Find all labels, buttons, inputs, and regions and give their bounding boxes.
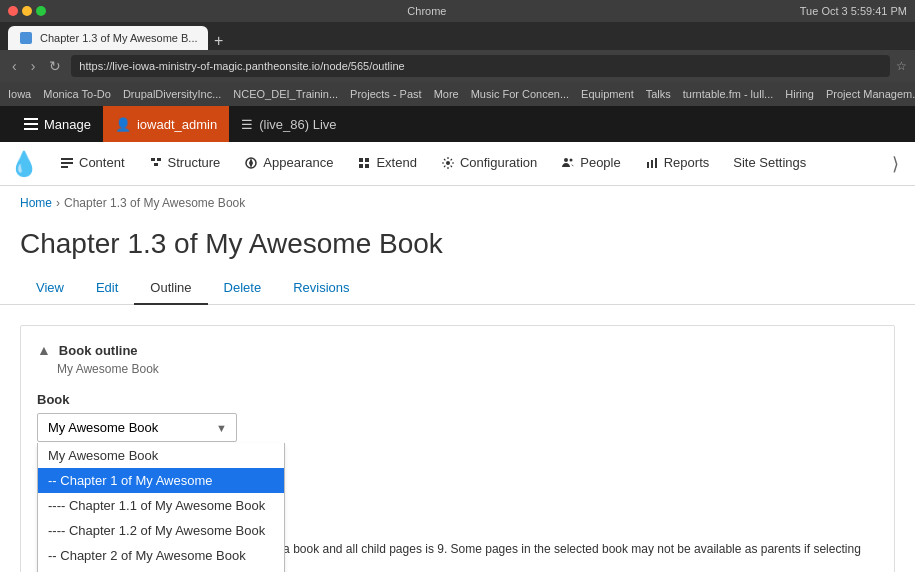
appearance-icon <box>244 156 258 170</box>
dropdown-item-4[interactable]: -- Chapter 2 of My Awesome Book <box>38 543 284 568</box>
bookmark-more[interactable]: More <box>434 88 459 100</box>
drupal-logo[interactable]: 💧 <box>8 148 40 180</box>
tab-delete[interactable]: Delete <box>208 272 278 305</box>
main-content: ▲ Book outline My Awesome Book Book My A… <box>0 305 915 572</box>
configuration-icon <box>441 156 455 170</box>
book-dropdown-list: My Awesome Book -- Chapter 1 of My Aweso… <box>37 443 285 572</box>
bookmark-equipment[interactable]: Equipment <box>581 88 634 100</box>
user-icon: 👤 <box>115 117 131 132</box>
nav-content[interactable]: Content <box>48 142 137 186</box>
maximize-window-button[interactable] <box>36 6 46 16</box>
nav-structure-label: Structure <box>168 155 221 170</box>
address-bar: ‹ › ↻ ☆ <box>0 50 915 82</box>
book-outline-card: ▲ Book outline My Awesome Book Book My A… <box>20 325 895 572</box>
bookmark-drupal[interactable]: DrupalDiversityInc... <box>123 88 221 100</box>
nav-site-settings[interactable]: Site Settings <box>721 142 818 186</box>
page-tabs: View Edit Outline Delete Revisions <box>0 272 915 305</box>
bookmark-turntable[interactable]: turntable.fm - lull... <box>683 88 773 100</box>
svg-rect-10 <box>365 164 369 168</box>
hamburger-icon <box>24 118 38 130</box>
collapse-nav-icon[interactable]: ⟩ <box>892 153 899 175</box>
tab-view[interactable]: View <box>20 272 80 305</box>
tab-favicon <box>20 32 32 44</box>
forward-button[interactable]: › <box>27 56 40 76</box>
bookmark-projects[interactable]: Projects - Past <box>350 88 422 100</box>
active-tab[interactable]: Chapter 1.3 of My Awesome B... ✕ <box>8 26 208 50</box>
nav-extend[interactable]: Extend <box>345 142 428 186</box>
minimize-window-button[interactable] <box>22 6 32 16</box>
svg-rect-5 <box>154 163 158 166</box>
bookmark-pm[interactable]: Project Managem... <box>826 88 915 100</box>
dropdown-item-1[interactable]: -- Chapter 1 of My Awesome <box>38 468 284 493</box>
book-select[interactable]: My Awesome Book <box>37 413 237 442</box>
nav-reports[interactable]: Reports <box>633 142 722 186</box>
bookmark-iowa[interactable]: Iowa <box>8 88 31 100</box>
tab-revisions[interactable]: Revisions <box>277 272 365 305</box>
manage-menu-button[interactable]: Manage <box>12 106 103 142</box>
dropdown-item-5[interactable]: -- Chapter 3 of My Awesome Book <box>38 568 284 572</box>
site-menu-button[interactable]: ☰ (live_86) Live <box>229 106 348 142</box>
user-label: iowadt_admin <box>137 117 217 132</box>
nav-appearance-label: Appearance <box>263 155 333 170</box>
back-button[interactable]: ‹ <box>8 56 21 76</box>
svg-rect-16 <box>655 158 657 168</box>
dropdown-item-2[interactable]: ---- Chapter 1.1 of My Awesome Book <box>38 493 284 518</box>
svg-rect-4 <box>157 158 161 161</box>
bookmark-talks[interactable]: Talks <box>646 88 671 100</box>
structure-icon <box>149 156 163 170</box>
address-bar-icons: ☆ <box>896 59 907 73</box>
reports-icon <box>645 156 659 170</box>
breadcrumb-home[interactable]: Home <box>20 196 52 210</box>
nav-configuration-label: Configuration <box>460 155 537 170</box>
tab-outline[interactable]: Outline <box>134 272 207 305</box>
window-controls <box>8 6 46 16</box>
system-time: Tue Oct 3 5:59:41 PM <box>800 5 907 17</box>
bookmark-hiring[interactable]: Hiring <box>785 88 814 100</box>
bookmark-music[interactable]: Music For Concen... <box>471 88 569 100</box>
dropdown-item-3[interactable]: ---- Chapter 1.2 of My Awesome Book <box>38 518 284 543</box>
bookmark-nceo[interactable]: NCEO_DEI_Trainin... <box>233 88 338 100</box>
svg-rect-0 <box>61 158 73 160</box>
browser-title-bar: Chrome Tue Oct 3 5:59:41 PM <box>0 0 915 22</box>
bookmark-icon[interactable]: ☆ <box>896 59 907 73</box>
tab-title: Chapter 1.3 of My Awesome B... <box>40 32 198 44</box>
drupal-nav: 💧 Content Structure Appearance Extend Co… <box>0 142 915 186</box>
section-subtitle: My Awesome Book <box>57 362 878 376</box>
reload-button[interactable]: ↻ <box>45 56 65 76</box>
nav-people[interactable]: People <box>549 142 632 186</box>
new-tab-button[interactable]: + <box>208 32 229 50</box>
page-title: Chapter 1.3 of My Awesome Book <box>20 228 895 260</box>
admin-toolbar: Manage 👤 iowadt_admin ☰ (live_86) Live <box>0 106 915 142</box>
book-select-wrapper: My Awesome Book ▼ <box>37 413 237 442</box>
nav-content-label: Content <box>79 155 125 170</box>
svg-rect-8 <box>365 158 369 162</box>
svg-rect-3 <box>151 158 155 161</box>
nav-appearance[interactable]: Appearance <box>232 142 345 186</box>
collapse-section-button[interactable]: ▲ <box>37 342 51 358</box>
section-header: ▲ Book outline <box>37 342 878 358</box>
list-icon: ☰ <box>241 117 253 132</box>
svg-point-12 <box>564 158 568 162</box>
nav-configuration[interactable]: Configuration <box>429 142 549 186</box>
close-window-button[interactable] <box>8 6 18 16</box>
user-menu-button[interactable]: 👤 iowadt_admin <box>103 106 229 142</box>
section-title: Book outline <box>59 343 138 358</box>
site-settings-label: Site Settings <box>733 155 806 170</box>
nav-reports-label: Reports <box>664 155 710 170</box>
dropdown-item-0[interactable]: My Awesome Book <box>38 443 284 468</box>
nav-separator: ⟩ <box>892 153 907 175</box>
bookmark-monica[interactable]: Monica To-Do <box>43 88 111 100</box>
page-content: Home › Chapter 1.3 of My Awesome Book Ch… <box>0 186 915 572</box>
svg-rect-14 <box>647 162 649 168</box>
svg-rect-9 <box>359 164 363 168</box>
people-icon <box>561 156 575 170</box>
nav-structure[interactable]: Structure <box>137 142 233 186</box>
drupal-drop-icon: 💧 <box>9 150 39 178</box>
tab-edit[interactable]: Edit <box>80 272 134 305</box>
tab-bar: Chapter 1.3 of My Awesome B... ✕ + <box>0 22 915 50</box>
browser-chrome: Chrome Tue Oct 3 5:59:41 PM Chapter 1.3 … <box>0 0 915 106</box>
breadcrumb: Home › Chapter 1.3 of My Awesome Book <box>0 186 915 220</box>
svg-rect-2 <box>61 166 68 168</box>
address-input[interactable] <box>71 55 890 77</box>
content-icon <box>60 156 74 170</box>
